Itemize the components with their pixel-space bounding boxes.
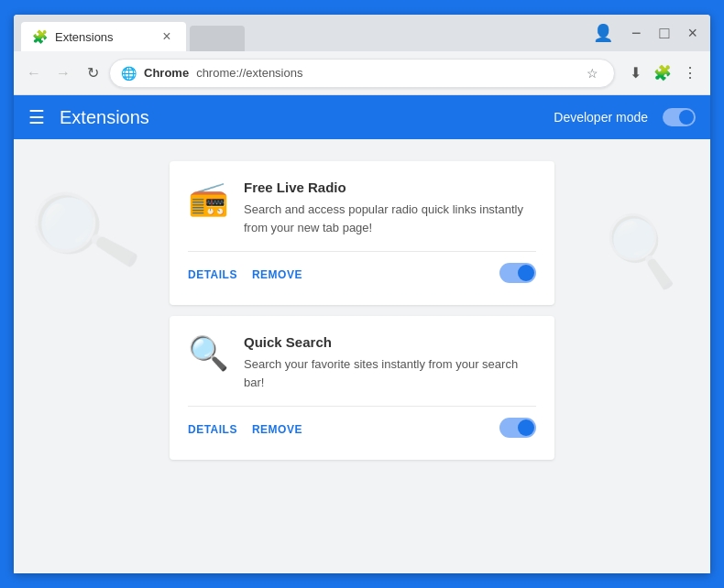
extension-radio-icon: 📻: [188, 180, 229, 218]
extension-description-2: Search your favorite sites instantly fro…: [244, 355, 536, 391]
content-area: 🔍 🔍 📻 Free Live Radio Search and access …: [14, 139, 710, 573]
hamburger-menu-icon[interactable]: ☰: [28, 106, 45, 128]
downloads-icon[interactable]: ⬇: [622, 60, 648, 86]
browser-window: 🧩 Extensions × 👤 − □ × ← → ↻ 🌐 Chrome ch…: [14, 15, 710, 573]
inactive-tab[interactable]: [190, 26, 245, 51]
toolbar-actions: ⬇ 🧩 ⋮: [622, 60, 703, 86]
title-bar: 🧩 Extensions × 👤 − □ ×: [14, 15, 710, 51]
extension-description: Search and access popular radio quick li…: [244, 201, 536, 236]
developer-mode-toggle[interactable]: [663, 108, 696, 126]
chrome-menu-button[interactable]: ⋮: [677, 60, 703, 86]
omnibox[interactable]: 🌐 Chrome chrome://extensions ☆: [109, 59, 615, 88]
reload-button[interactable]: ↻: [80, 60, 105, 86]
extension-card-free-live-radio: 📻 Free Live Radio Search and access popu…: [170, 161, 554, 305]
extension-card-top: 📻 Free Live Radio Search and access popu…: [188, 180, 536, 236]
address-bar: ← → ↻ 🌐 Chrome chrome://extensions ☆ ⬇ 🧩…: [14, 51, 710, 95]
extension-name: Free Live Radio: [244, 180, 536, 195]
tab-title: Extensions: [55, 30, 151, 44]
remove-button-radio[interactable]: REMOVE: [252, 268, 302, 281]
forward-button[interactable]: →: [50, 60, 76, 86]
omnibox-url[interactable]: chrome://extensions: [196, 66, 574, 80]
tab-favicon-icon: 🧩: [32, 29, 48, 44]
extensions-puzzle-icon[interactable]: 🧩: [650, 60, 675, 86]
developer-mode-label: Developer mode: [554, 110, 648, 125]
tab-strip: 🧩 Extensions ×: [21, 15, 584, 51]
extension-info-2: Quick Search Search your favorite sites …: [244, 334, 536, 391]
details-button-search[interactable]: DETAILS: [188, 423, 237, 436]
extensions-page-title: Extensions: [60, 107, 539, 128]
extension-card-bottom: DETAILS REMOVE: [188, 251, 536, 287]
profile-icon[interactable]: 👤: [587, 21, 619, 45]
minimize-button[interactable]: −: [626, 22, 647, 45]
details-button-radio[interactable]: DETAILS: [188, 268, 237, 281]
omnibox-site-label: Chrome: [144, 66, 189, 80]
extension-enable-toggle-radio[interactable]: [499, 263, 536, 287]
bookmark-icon[interactable]: ☆: [581, 62, 603, 84]
tab-close-button[interactable]: ×: [159, 28, 175, 45]
omnibox-actions: ☆: [581, 62, 603, 84]
extension-card-bottom-2: DETAILS REMOVE: [188, 406, 536, 441]
window-controls: 👤 − □ ×: [587, 21, 703, 45]
extension-info: Free Live Radio Search and access popula…: [244, 180, 536, 236]
extension-card-top-2: 🔍 Quick Search Search your favorite site…: [188, 334, 536, 391]
watermark-search-left: 🔍: [21, 173, 145, 292]
back-button[interactable]: ←: [21, 60, 47, 86]
site-security-icon: 🌐: [121, 66, 137, 81]
maximize-button[interactable]: □: [654, 22, 675, 45]
close-button[interactable]: ×: [682, 22, 703, 45]
watermark-search-right: 🔍: [598, 206, 689, 294]
extension-enable-toggle-search[interactable]: [499, 418, 536, 441]
extension-search-icon: 🔍: [188, 334, 229, 373]
extensions-header: ☰ Extensions Developer mode: [14, 95, 710, 139]
extension-name-2: Quick Search: [244, 334, 536, 350]
remove-button-search[interactable]: REMOVE: [252, 423, 302, 436]
active-tab[interactable]: 🧩 Extensions ×: [21, 22, 186, 51]
extension-card-quick-search: 🔍 Quick Search Search your favorite site…: [170, 316, 554, 460]
